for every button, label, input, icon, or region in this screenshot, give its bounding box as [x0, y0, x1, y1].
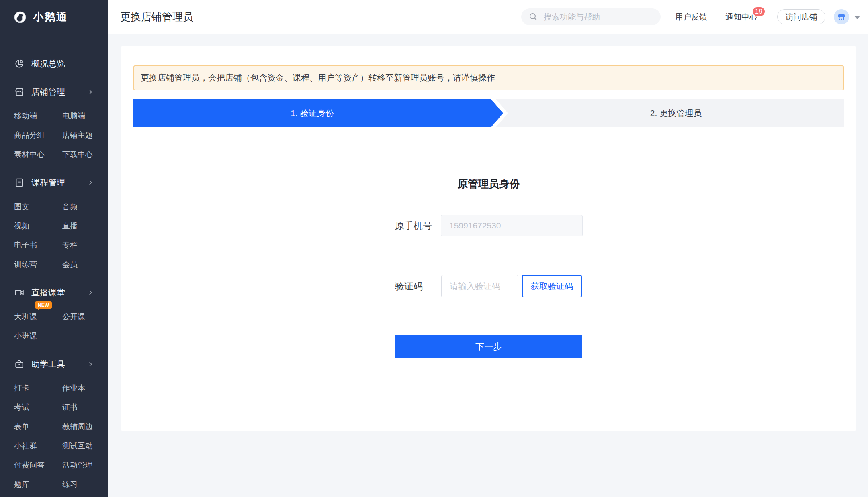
- search-icon: [528, 12, 538, 22]
- sidebar-item-label: 移动端: [14, 112, 37, 120]
- sidebar-item[interactable]: 随堂检测: [14, 494, 62, 497]
- sidebar-item-label: 考试: [14, 403, 29, 411]
- sidebar-item[interactable]: 教辅周边: [62, 417, 108, 436]
- sidebar-section-2[interactable]: 课程管理: [0, 173, 108, 192]
- sidebar-section-0[interactable]: 概况总览: [0, 54, 108, 73]
- sidebar-item-label: 专栏: [62, 241, 78, 249]
- sidebar: 小鹅通 概况总览店铺管理移动端电脑端商品分组店铺主题素材中心下载中心课程管理图文…: [0, 0, 108, 497]
- sidebar-item[interactable]: 直播: [62, 216, 108, 236]
- step-2-label: 2. 更换管理员: [650, 108, 702, 118]
- feedback-link[interactable]: 用户反馈: [675, 0, 707, 34]
- sidebar-item[interactable]: 题库: [14, 475, 62, 494]
- sidebar-section-label: 助学工具: [31, 358, 65, 370]
- live-camera-icon: [14, 287, 25, 298]
- step-progress: 1. 验证身份 2. 更换管理员: [133, 99, 844, 127]
- sidebar-item[interactable]: 商品分组: [14, 126, 62, 145]
- sidebar-item[interactable]: 公开课: [62, 307, 108, 326]
- chevron-right-icon: [87, 289, 94, 296]
- sidebar-item[interactable]: 移动端: [14, 106, 62, 126]
- sidebar-item[interactable]: 付费问答: [14, 456, 62, 475]
- sidebar-item[interactable]: 训练营: [14, 255, 62, 274]
- sidebar-section-items: 移动端电脑端商品分组店铺主题素材中心下载中心: [0, 106, 108, 164]
- pie-chart-icon: [14, 59, 25, 69]
- shop-icon: [14, 87, 25, 97]
- sidebar-item[interactable]: 下载中心: [62, 145, 108, 164]
- sidebar-section-3[interactable]: 直播课堂: [0, 283, 108, 302]
- app-root: 小鹅通 概况总览店铺管理移动端电脑端商品分组店铺主题素材中心下载中心课程管理图文…: [0, 0, 868, 497]
- sidebar-section-items: 图文音频视频直播电子书专栏训练营会员: [0, 197, 108, 274]
- sidebar-item-label: 会员: [62, 260, 78, 269]
- sidebar-section-label: 课程管理: [31, 177, 65, 188]
- sidebar-item-label: 公开课: [62, 312, 85, 321]
- goose-logo-icon: [14, 11, 26, 23]
- step-1-label: 1. 验证身份: [133, 99, 491, 127]
- sidebar-section-label: 概况总览: [31, 58, 65, 69]
- sidebar-item-label: 付费问答: [14, 461, 45, 469]
- sidebar-item[interactable]: 图文: [14, 197, 62, 216]
- form-title: 原管理员身份: [133, 177, 844, 191]
- sidebar-item-label: 电脑端: [62, 112, 85, 120]
- shop-avatar[interactable]: [834, 9, 849, 24]
- sidebar-item-label: 作业本: [62, 384, 85, 392]
- phone-input-disabled: [441, 215, 583, 236]
- sidebar-item-label: 教辅周边: [62, 422, 93, 431]
- sidebar-item[interactable]: 小班课: [14, 326, 62, 346]
- code-input[interactable]: [441, 275, 518, 297]
- new-badge: NEW: [35, 301, 52, 309]
- sidebar-item-label: 训练营: [14, 260, 37, 269]
- next-step-button[interactable]: 下一步: [395, 335, 582, 358]
- sidebar-section-label: 直播课堂: [31, 287, 65, 298]
- sidebar-item-label: 图文: [14, 202, 29, 211]
- sidebar-item[interactable]: 考试: [14, 398, 62, 417]
- step-1-active: 1. 验证身份: [133, 99, 503, 127]
- sidebar-item[interactable]: 小社群: [14, 436, 62, 456]
- sidebar-item[interactable]: 表单: [14, 417, 62, 436]
- sidebar-nav: 概况总览店铺管理移动端电脑端商品分组店铺主题素材中心下载中心课程管理图文音频视频…: [0, 54, 108, 497]
- chevron-right-icon: [87, 88, 94, 96]
- sidebar-item-label: 素材中心: [14, 150, 45, 159]
- page-title: 更换店铺管理员: [120, 0, 193, 34]
- sidebar-item[interactable]: 音频: [62, 197, 108, 216]
- sidebar-item-label: 证书: [62, 403, 78, 411]
- sidebar-item-label: 小班课: [14, 332, 37, 340]
- sidebar-item-label: 直播: [62, 222, 78, 230]
- sidebar-item[interactable]: 测试互动: [62, 436, 108, 456]
- sidebar-item[interactable]: 电子书: [14, 236, 62, 255]
- visit-shop-button[interactable]: 访问店铺: [777, 9, 825, 24]
- sidebar-item-label: 视频: [14, 222, 29, 230]
- sidebar-item-label: 电子书: [14, 241, 37, 249]
- sidebar-item[interactable]: 会员: [62, 255, 108, 274]
- sidebar-item[interactable]: 练习: [62, 475, 108, 494]
- get-code-button[interactable]: 获取验证码: [522, 275, 582, 297]
- sidebar-item[interactable]: 活动管理: [62, 456, 108, 475]
- sidebar-item[interactable]: 大班课NEW: [14, 307, 62, 326]
- sidebar-item[interactable]: 视频: [14, 216, 62, 236]
- notification-link[interactable]: 通知中心: [725, 0, 757, 34]
- chevron-right-icon: [87, 361, 94, 368]
- brand-name: 小鹅通: [33, 10, 68, 24]
- sidebar-item-label: 小社群: [14, 442, 37, 450]
- main-content: 更换店铺管理员，会把店铺（包含资金、课程、用户等资产）转移至新管理员账号，请谨慎…: [108, 34, 868, 497]
- sidebar-item-label: 题库: [14, 480, 29, 489]
- sidebar-item[interactable]: 证书: [62, 398, 108, 417]
- brand-logo[interactable]: 小鹅通: [0, 0, 108, 34]
- sidebar-item[interactable]: 打卡: [14, 379, 62, 398]
- sidebar-item-label: 商品分组: [14, 131, 45, 139]
- sidebar-item-label: 测试互动: [62, 442, 93, 450]
- storefront-icon: [837, 12, 846, 22]
- sidebar-section-4[interactable]: 助学工具: [0, 354, 108, 374]
- sidebar-section-1[interactable]: 店铺管理: [0, 82, 108, 102]
- search-box[interactable]: [521, 8, 661, 25]
- sidebar-item-label: 打卡: [14, 384, 29, 392]
- chevron-down-icon[interactable]: [854, 16, 860, 22]
- search-input[interactable]: [543, 12, 643, 22]
- topbar: 更换店铺管理员 用户反馈 通知中心 19 访问店铺: [108, 0, 868, 34]
- sidebar-item[interactable]: 店铺主题: [62, 126, 108, 145]
- sidebar-item[interactable]: 作业本: [62, 379, 108, 398]
- sidebar-item[interactable]: 专栏: [62, 236, 108, 255]
- sidebar-item-label: 大班课: [14, 312, 37, 321]
- sidebar-section-items: 大班课NEW公开课小班课: [0, 307, 108, 346]
- sidebar-item[interactable]: 素材中心: [14, 145, 62, 164]
- sidebar-section-items: 打卡作业本考试证书表单教辅周边小社群测试互动付费问答活动管理题库练习随堂检测: [0, 379, 108, 497]
- sidebar-item[interactable]: 电脑端: [62, 106, 108, 126]
